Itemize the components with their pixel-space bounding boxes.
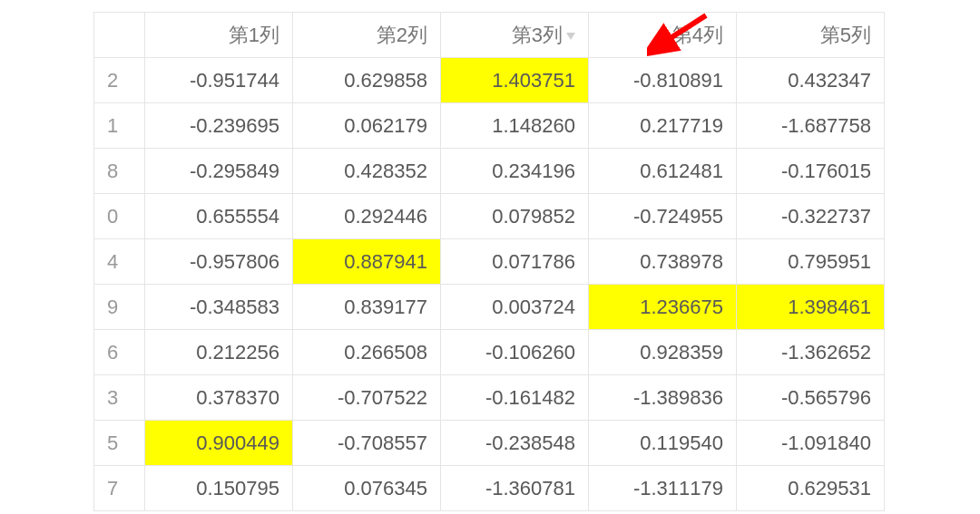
cell: -0.348583 [145, 285, 293, 330]
data-table-container: 第1列 第2列 第3列 第4列 第5列 2-0.9517440.6298581.… [93, 12, 883, 511]
col-header-1-label: 第1列 [229, 24, 279, 46]
cell: 0.266508 [293, 330, 441, 375]
table-row: 50.900449-0.708557-0.2385480.119540-1.09… [94, 421, 885, 466]
row-index: 2 [94, 58, 145, 103]
cell: 0.062179 [293, 103, 441, 149]
cell: -0.161482 [441, 375, 589, 421]
col-header-2-label: 第2列 [377, 24, 427, 46]
table-row: 8-0.2958490.4283520.2341960.612481-0.176… [94, 149, 885, 194]
cell: -0.724955 [589, 194, 737, 239]
col-header-4-label: 第4列 [672, 24, 723, 46]
row-index: 6 [94, 330, 145, 375]
cell: 0.629531 [737, 466, 885, 511]
cell: -1.091840 [737, 421, 885, 466]
cell: -1.687758 [737, 103, 885, 149]
cell: 0.432347 [737, 58, 885, 103]
col-header-2[interactable]: 第2列 [293, 13, 441, 58]
cell: -1.362652 [737, 330, 885, 375]
cell: -1.389836 [589, 375, 737, 421]
cell: -0.176015 [737, 149, 885, 194]
sort-desc-icon [566, 33, 575, 40]
cell: 0.655554 [145, 194, 293, 239]
cell: -1.311179 [589, 466, 737, 511]
table-body: 2-0.9517440.6298581.403751-0.8108910.432… [94, 58, 885, 511]
data-table: 第1列 第2列 第3列 第4列 第5列 2-0.9517440.6298581.… [93, 12, 885, 511]
table-row: 4-0.9578060.8879410.0717860.7389780.7959… [94, 239, 885, 285]
table-row: 70.1507950.076345-1.360781-1.3111790.629… [94, 466, 885, 511]
cell: 0.003724 [441, 285, 589, 330]
cell: -0.106260 [441, 330, 589, 375]
cell: 0.234196 [441, 149, 589, 194]
cell: 0.079852 [441, 194, 589, 239]
row-index: 1 [94, 103, 145, 149]
cell: 1.236675 [589, 285, 737, 330]
col-header-5[interactable]: 第5列 [737, 13, 885, 58]
cell: -0.565796 [737, 375, 885, 421]
cell: 0.887941 [293, 239, 441, 285]
table-row: 00.6555540.2924460.079852-0.724955-0.322… [94, 194, 885, 239]
cell: 0.900449 [145, 421, 293, 466]
cell: 0.738978 [589, 239, 737, 285]
row-index: 7 [94, 466, 145, 511]
cell: 0.428352 [293, 149, 441, 194]
cell: -0.708557 [293, 421, 441, 466]
table-row: 9-0.3485830.8391770.0037241.2366751.3984… [94, 285, 885, 330]
cell: 0.212256 [145, 330, 293, 375]
cell: -0.239695 [145, 103, 293, 149]
cell: 0.928359 [589, 330, 737, 375]
row-index: 3 [94, 375, 145, 421]
index-header [94, 13, 145, 58]
row-index: 0 [94, 194, 145, 239]
table-row: 1-0.2396950.0621791.1482600.217719-1.687… [94, 103, 885, 149]
cell: -0.295849 [145, 149, 293, 194]
col-header-3-label: 第3列 [512, 24, 563, 46]
cell: 0.071786 [441, 239, 589, 285]
table-row: 30.378370-0.707522-0.161482-1.389836-0.5… [94, 375, 885, 421]
table-row: 2-0.9517440.6298581.403751-0.8108910.432… [94, 58, 885, 103]
cell: 0.076345 [293, 466, 441, 511]
cell: 0.839177 [293, 285, 441, 330]
cell: -0.957806 [145, 239, 293, 285]
table-header-row: 第1列 第2列 第3列 第4列 第5列 [94, 13, 885, 58]
cell: -0.238548 [441, 421, 589, 466]
table-row: 60.2122560.266508-0.1062600.928359-1.362… [94, 330, 885, 375]
col-header-5-label: 第5列 [820, 24, 871, 46]
cell: -1.360781 [441, 466, 589, 511]
cell: -0.810891 [589, 58, 737, 103]
row-index: 9 [94, 285, 145, 330]
row-index: 5 [94, 421, 145, 466]
row-index: 4 [94, 239, 145, 285]
cell: 1.403751 [441, 58, 589, 103]
col-header-4[interactable]: 第4列 [589, 13, 737, 58]
row-index: 8 [94, 149, 145, 194]
cell: 0.150795 [145, 466, 293, 511]
cell: 0.629858 [293, 58, 441, 103]
cell: 1.398461 [737, 285, 885, 330]
col-header-3[interactable]: 第3列 [441, 13, 589, 58]
cell: 1.148260 [441, 103, 589, 149]
cell: 0.292446 [293, 194, 441, 239]
cell: 0.612481 [589, 149, 737, 194]
cell: 0.795951 [737, 239, 885, 285]
cell: -0.951744 [145, 58, 293, 103]
col-header-1[interactable]: 第1列 [145, 13, 293, 58]
cell: 0.217719 [589, 103, 737, 149]
cell: 0.119540 [589, 421, 737, 466]
cell: -0.322737 [737, 194, 885, 239]
cell: -0.707522 [293, 375, 441, 421]
cell: 0.378370 [145, 375, 293, 421]
